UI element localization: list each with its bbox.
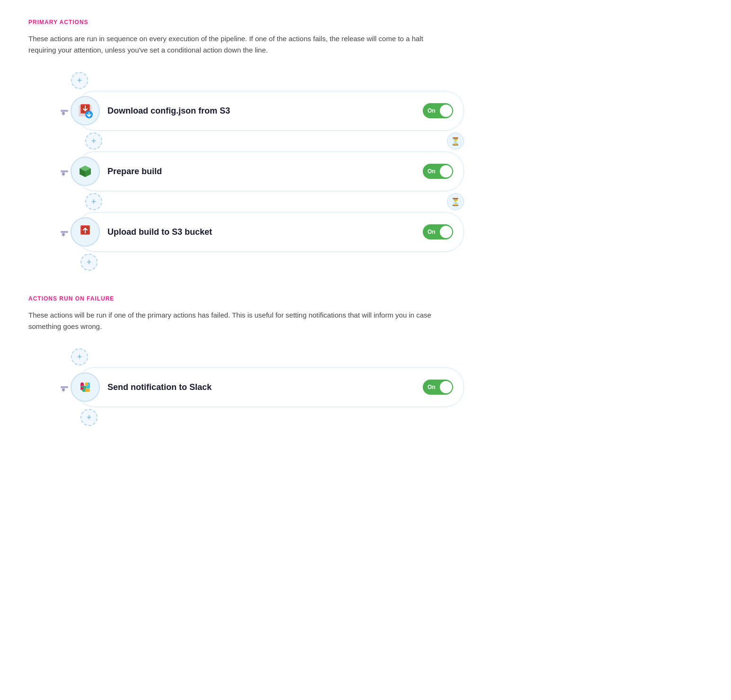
drag-handle-4[interactable]: ▲ ▼	[57, 386, 72, 388]
action-card-3[interactable]: Upload build to S3 bucket On	[76, 212, 464, 252]
toggle-slider-4: On	[423, 380, 453, 395]
toggle-wrapper-3: On	[423, 224, 456, 239]
primary-actions-description: These actions are run in sequence on eve…	[28, 33, 436, 56]
add-after-failure-1-wrapper: +	[57, 409, 98, 426]
add-before-failure-1-button[interactable]: +	[71, 348, 88, 365]
hourglass-2: ⏳	[451, 197, 460, 206]
toggle-on-label-2: On	[428, 168, 436, 175]
slack-icon	[75, 377, 96, 398]
toggle-slider-1: On	[423, 103, 453, 118]
add-after-failure-1-button[interactable]: +	[80, 409, 98, 426]
add-between-2-3-wrapper: +	[76, 193, 102, 210]
add-before-action-1-wrapper: +	[57, 72, 88, 89]
hourglass-1: ⏳	[451, 137, 460, 146]
icon-wrapper-2	[71, 157, 100, 186]
failure-actions-list: + ▲ ▼	[28, 346, 703, 428]
action-row-1: ▲ ▼	[57, 91, 464, 131]
toggle-slider-3: On	[423, 224, 453, 239]
add-after-action-3-wrapper: +	[57, 254, 98, 271]
action-card-4[interactable]: Send notification to Slack On	[76, 367, 464, 407]
action-label-4: Send notification to Slack	[107, 382, 423, 392]
icon-wrapper-1	[71, 96, 100, 125]
drag-handle-3[interactable]: ▲ ▼	[57, 231, 72, 233]
drag-arrows-3: ▲ ▼	[61, 231, 68, 233]
drag-arrows-4: ▲ ▼	[61, 386, 68, 388]
aws-s3-download-icon	[75, 100, 96, 121]
action-card-row-2: ▲ ▼	[57, 151, 464, 191]
toggle-on-label-1: On	[428, 107, 436, 114]
add-after-action-3-button[interactable]: +	[80, 254, 98, 271]
action-row-3: ▲ ▼	[57, 212, 464, 252]
drag-arrows-2: ▲ ▼	[61, 170, 68, 172]
green-cube-icon	[75, 161, 96, 182]
action-label-3: Upload build to S3 bucket	[107, 227, 423, 237]
toggle-on-label-3: On	[428, 229, 436, 235]
action-card-row-4: ▲ ▼	[57, 367, 464, 407]
arrow-down-1: ▼	[61, 111, 68, 112]
failure-actions-description: These actions will be run if one of the …	[28, 310, 436, 332]
toggle-wrapper-2: On	[423, 164, 456, 179]
toggle-wrapper-1: On	[423, 103, 456, 118]
action-label-2: Prepare build	[107, 167, 423, 177]
toggle-on-label-4: On	[428, 384, 436, 390]
arrow-down-4: ▼	[61, 387, 68, 388]
arrow-down-2: ▼	[61, 171, 68, 172]
primary-actions-title: PRIMARY ACTIONS	[28, 19, 703, 26]
add-before-failure-1-wrapper: +	[57, 348, 88, 365]
toggle-slider-2: On	[423, 164, 453, 179]
primary-actions-list: + ▲ ▼	[28, 70, 703, 273]
toggle-3[interactable]: On	[423, 224, 453, 239]
add-between-2-3-button[interactable]: +	[85, 193, 102, 210]
toggle-2[interactable]: On	[423, 164, 453, 179]
hourglass-icon-1[interactable]: ⏳	[447, 133, 464, 150]
add-before-action-1-button[interactable]: +	[71, 72, 88, 89]
svg-point-20	[85, 382, 89, 386]
toggle-wrapper-4: On	[423, 380, 456, 395]
arrow-down-3: ▼	[61, 232, 68, 233]
action-card-row-1: ▲ ▼	[57, 91, 464, 131]
add-between-1-2-button[interactable]: +	[85, 133, 102, 150]
action-row-2: ▲ ▼	[57, 151, 464, 191]
primary-actions-section: PRIMARY ACTIONS These actions are run in…	[28, 19, 703, 273]
aws-s3-upload-icon	[75, 222, 96, 242]
failure-actions-section: ACTIONS RUN ON FAILURE These actions wil…	[28, 295, 703, 428]
drag-handle-1[interactable]: ▲ ▼	[57, 110, 72, 112]
toggle-4[interactable]: On	[423, 380, 453, 395]
svg-point-19	[82, 389, 86, 392]
action-label-1: Download config.json from S3	[107, 106, 423, 116]
action-card-1[interactable]: Download config.json from S3 On	[76, 91, 464, 131]
add-between-1-2-wrapper: +	[76, 133, 102, 150]
drag-handle-2[interactable]: ▲ ▼	[57, 170, 72, 172]
action-row-4: ▲ ▼	[57, 367, 464, 407]
toggle-1[interactable]: On	[423, 103, 453, 118]
drag-arrows-1: ▲ ▼	[61, 110, 68, 112]
failure-actions-title: ACTIONS RUN ON FAILURE	[28, 295, 703, 302]
action-card-row-3: ▲ ▼	[57, 212, 464, 252]
icon-wrapper-3	[71, 217, 100, 247]
action-card-2[interactable]: Prepare build On	[76, 151, 464, 191]
hourglass-icon-2[interactable]: ⏳	[447, 193, 464, 210]
icon-wrapper-4	[71, 372, 100, 402]
